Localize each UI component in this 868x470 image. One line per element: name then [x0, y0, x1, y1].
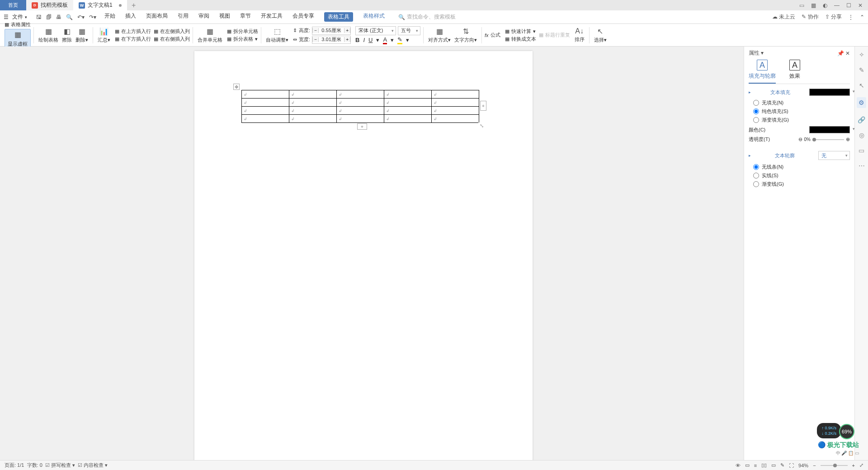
- menu-view[interactable]: 视图: [219, 12, 230, 22]
- plus-icon[interactable]: ⊕: [846, 136, 850, 142]
- print-preview-icon[interactable]: 🖶: [56, 14, 61, 20]
- tab-effect[interactable]: A效果: [789, 60, 800, 84]
- table-resize-handle[interactable]: ⤡: [478, 122, 485, 129]
- bold-button[interactable]: B: [355, 37, 359, 43]
- tab-template[interactable]: D 找稻壳模板: [26, 0, 73, 10]
- menu-layout[interactable]: 页面布局: [146, 12, 168, 22]
- to-text-button[interactable]: ▦转换成文本: [505, 36, 536, 42]
- tab-home[interactable]: 首页: [0, 0, 26, 10]
- highlight-button[interactable]: ✎: [397, 36, 402, 44]
- menu-table-style[interactable]: 表格样式: [363, 12, 385, 22]
- quick-calc-button[interactable]: ▦快速计算▾: [505, 28, 536, 35]
- radio-no-fill[interactable]: 无填充(N): [753, 99, 850, 106]
- add-tab-button[interactable]: +: [127, 0, 141, 10]
- insert-col-left-button[interactable]: ▦在左侧插入列: [154, 28, 190, 35]
- section-text-outline[interactable]: 文本轮廓 无: [749, 151, 850, 160]
- fullscreen-icon[interactable]: ⤢: [859, 462, 863, 468]
- section-text-fill[interactable]: 文本填充: [749, 89, 850, 96]
- close-panel-icon[interactable]: ✕: [845, 50, 850, 56]
- erase-button[interactable]: ◧擦除: [60, 27, 74, 43]
- zoom-out-button[interactable]: −: [813, 463, 816, 468]
- share-button[interactable]: ⇪ 分享: [825, 13, 842, 21]
- tab-document[interactable]: W 文字文稿1: [73, 0, 127, 10]
- radio-solid-fill[interactable]: 纯色填充(S): [753, 108, 850, 115]
- view-read-icon[interactable]: ▯▯: [761, 462, 767, 468]
- preview-icon[interactable]: 🔍: [66, 14, 73, 20]
- hamburger-icon[interactable]: ☰: [4, 14, 9, 20]
- font-select[interactable]: 宋体 (正文): [355, 26, 396, 35]
- menu-start[interactable]: 开始: [104, 12, 115, 22]
- redo-icon[interactable]: ↷▾: [89, 14, 96, 20]
- tab-fill-outline[interactable]: A填充与轮廓: [749, 60, 776, 84]
- summary-button[interactable]: 📊汇总▾: [96, 27, 112, 43]
- content-check-toggle[interactable]: ☑ 内容检查 ▾: [78, 462, 108, 469]
- rail-link-icon[interactable]: 🔗: [858, 116, 865, 123]
- draw-table-button[interactable]: ▦绘制表格: [37, 27, 60, 43]
- table-move-handle[interactable]: ✥: [233, 84, 240, 90]
- minimize-button[interactable]: —: [832, 1, 842, 10]
- file-menu[interactable]: 文件▾: [9, 13, 31, 21]
- menu-devtools[interactable]: 开发工具: [261, 12, 283, 22]
- document-area[interactable]: ▾ ✥ ↲↲↲↲↲ ↲↲↲↲↲ ↲↲↲↲↲ ↲↲↲↲↲ + + ⤡: [0, 47, 744, 460]
- height-spinner[interactable]: −0.55厘米+: [312, 27, 351, 35]
- view-page-icon[interactable]: ▭: [745, 462, 750, 468]
- insert-row-below-button[interactable]: ▦在下方插入行: [115, 36, 151, 42]
- split-cell-button[interactable]: ▦拆分单元格: [227, 28, 258, 35]
- rail-book-icon[interactable]: ▭: [859, 147, 864, 154]
- page-indicator[interactable]: 页面: 1/1: [5, 462, 24, 469]
- radio-gradient-fill[interactable]: 渐变填充(G): [753, 117, 850, 123]
- pin-icon[interactable]: 📌: [837, 50, 844, 56]
- sort-button[interactable]: A↓排序: [573, 27, 586, 43]
- formula-button[interactable]: fx 公式: [485, 32, 500, 38]
- autofit-button[interactable]: ⬚自动调整▾: [264, 27, 290, 43]
- text-direction-button[interactable]: ⇅文字方向▾: [453, 27, 479, 43]
- select-button[interactable]: ↖选择▾: [592, 27, 609, 43]
- fit-icon[interactable]: ⛶: [789, 463, 794, 468]
- eye-icon[interactable]: 👁: [736, 463, 741, 468]
- align-button[interactable]: ▦对齐方式▾: [426, 27, 453, 43]
- save-icon[interactable]: 🖫: [36, 14, 42, 20]
- insert-col-right-button[interactable]: ▦在右侧插入列: [154, 36, 190, 42]
- spellcheck-toggle[interactable]: ☑ 拼写检查 ▾: [45, 462, 75, 469]
- zoom-level[interactable]: 94%: [798, 463, 808, 468]
- opacity-slider[interactable]: ⊖ 0% ⊕: [798, 136, 850, 142]
- cloud-status[interactable]: ☁ 未上云: [772, 13, 795, 21]
- show-border-button[interactable]: ▦显示虚框: [5, 29, 31, 49]
- radio-solid-line[interactable]: 实线(S): [753, 172, 850, 179]
- table-props-button[interactable]: ▦表格属性: [5, 21, 31, 28]
- menu-chapter[interactable]: 章节: [240, 12, 251, 22]
- menu-review[interactable]: 审阅: [198, 12, 209, 22]
- view-draft-icon[interactable]: ✎: [780, 462, 784, 468]
- rail-target-icon[interactable]: ◎: [859, 132, 864, 139]
- view-outline-icon[interactable]: ≡: [754, 463, 757, 468]
- layout-icon[interactable]: ▭: [797, 1, 807, 10]
- rail-more-icon[interactable]: ⋯: [859, 162, 865, 169]
- collapse-ribbon-icon[interactable]: ⌃: [860, 14, 864, 20]
- rail-settings-icon[interactable]: ⚙: [857, 97, 866, 108]
- radio-no-line[interactable]: 无线条(N): [753, 164, 850, 170]
- grid-icon[interactable]: ▦: [808, 1, 818, 10]
- add-col-handle[interactable]: +: [480, 101, 486, 111]
- rail-sparkle-icon[interactable]: ✧: [859, 51, 864, 58]
- word-count[interactable]: 字数: 0: [27, 462, 42, 469]
- width-spinner[interactable]: −3.01厘米+: [312, 36, 351, 44]
- italic-button[interactable]: I: [363, 37, 365, 43]
- menu-table-tools[interactable]: 表格工具: [324, 12, 353, 22]
- font-size-select[interactable]: 五号: [398, 26, 420, 35]
- menu-reference[interactable]: 引用: [178, 12, 189, 22]
- undo-icon[interactable]: ↶▾: [77, 14, 85, 20]
- minus-icon[interactable]: ⊖: [798, 136, 802, 142]
- radio-gradient-line[interactable]: 渐变线(G): [753, 181, 850, 188]
- view-web-icon[interactable]: ▭: [771, 462, 776, 468]
- menu-member[interactable]: 会员专享: [292, 12, 314, 22]
- close-button[interactable]: ✕: [855, 1, 865, 10]
- font-color-button[interactable]: A: [383, 36, 387, 44]
- menu-insert[interactable]: 插入: [125, 12, 136, 22]
- add-row-handle[interactable]: +: [357, 123, 367, 130]
- more-icon[interactable]: ⋮: [848, 14, 854, 20]
- rail-cursor-icon[interactable]: ↖: [859, 82, 864, 89]
- command-search[interactable]: 🔍 查找命令、搜索模板: [398, 13, 456, 21]
- maximize-button[interactable]: ☐: [844, 1, 854, 10]
- zoom-in-button[interactable]: +: [852, 463, 855, 468]
- document-table[interactable]: ↲↲↲↲↲ ↲↲↲↲↲ ↲↲↲↲↲ ↲↲↲↲↲: [241, 90, 479, 123]
